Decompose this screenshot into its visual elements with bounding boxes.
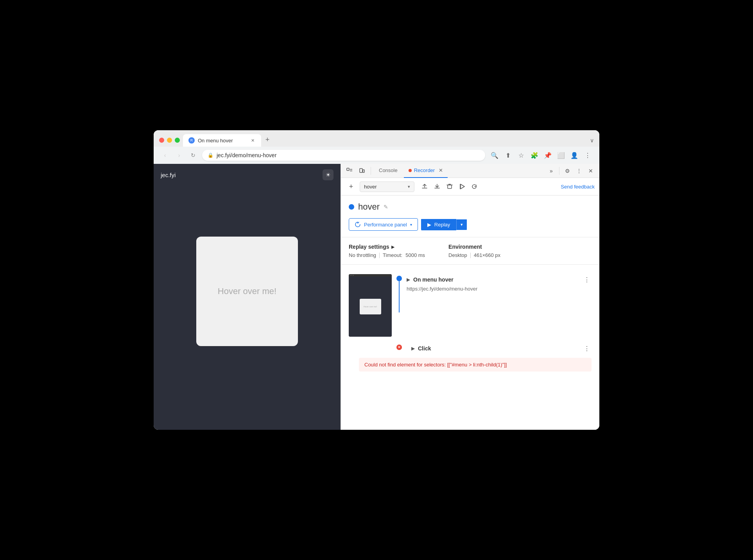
step-1-title-row: ▶ On menu hover ⋮ bbox=[407, 275, 592, 284]
recording-toolbar: + hover ▾ bbox=[341, 178, 599, 196]
recording-name-area: hover ✎ Performance panel ▾ ▶ bbox=[341, 196, 599, 237]
cast-icon[interactable]: ⬜ bbox=[556, 150, 567, 161]
recording-name-row: hover ✎ bbox=[349, 202, 592, 212]
replay-label: Replay bbox=[434, 222, 450, 228]
search-icon[interactable]: 🔍 bbox=[489, 150, 500, 161]
lock-icon: 🔒 bbox=[208, 153, 213, 158]
url-text: jec.fyi/demo/menu-hover bbox=[217, 152, 480, 158]
page-logo: jec.fyi bbox=[161, 172, 176, 178]
theme-toggle-button[interactable]: ☀ bbox=[323, 169, 333, 180]
ss-dot-3 bbox=[353, 275, 354, 276]
add-recording-button[interactable]: + bbox=[346, 181, 357, 192]
tab-title: On menu hover bbox=[198, 138, 233, 144]
minimize-window-button[interactable] bbox=[167, 138, 172, 143]
svg-marker-6 bbox=[461, 184, 464, 189]
recording-selector-value: hover bbox=[364, 184, 377, 190]
delete-recording-button[interactable] bbox=[444, 181, 455, 192]
devtools-more-tabs: » ⚙ ⋮ ✕ bbox=[546, 165, 596, 176]
step-2-more-button[interactable]: ⋮ bbox=[582, 344, 592, 353]
env-value: Desktop bbox=[448, 252, 467, 258]
tab-expand-button[interactable]: ∨ bbox=[590, 137, 594, 144]
hover-card[interactable]: Hover over me! bbox=[196, 237, 298, 346]
step-2: ✕ ▶ Click ⋮ Could not find element for s… bbox=[341, 340, 599, 372]
step-2-timeline: ✕ bbox=[396, 343, 402, 350]
environment-title: Environment bbox=[448, 244, 500, 250]
recorder-tab-close[interactable]: ✕ bbox=[439, 167, 443, 173]
step-1-more-button[interactable]: ⋮ bbox=[582, 275, 592, 284]
toolbar-separator bbox=[371, 167, 371, 175]
forward-button[interactable]: › bbox=[174, 150, 184, 160]
devtools-toolbar: Console Recorder ✕ » ⚙ ⋮ ✕ bbox=[341, 164, 599, 178]
settings-separator bbox=[379, 253, 380, 258]
tab-recorder[interactable]: Recorder ✕ bbox=[404, 164, 448, 178]
screenshot-content: Hover over me! bbox=[349, 276, 392, 337]
element-selector-icon[interactable] bbox=[344, 165, 355, 176]
step-1-screenshot: Hover over me! bbox=[349, 274, 392, 337]
screenshot-hover-card: Hover over me! bbox=[360, 299, 381, 314]
pin-icon[interactable]: 📌 bbox=[542, 150, 553, 161]
refresh-button[interactable]: ↻ bbox=[188, 150, 198, 160]
send-feedback-link[interactable]: Send feedback bbox=[561, 184, 595, 190]
play-button[interactable] bbox=[457, 181, 468, 192]
step-1-timeline bbox=[396, 274, 402, 312]
perf-panel-label: Performance panel bbox=[364, 222, 407, 228]
step-2-error-dot: ✕ bbox=[396, 345, 402, 350]
timeout-label: Timeout: bbox=[383, 252, 402, 258]
resolution-value: 461×660 px bbox=[474, 252, 500, 258]
recording-active-indicator bbox=[349, 204, 354, 210]
svg-rect-5 bbox=[448, 185, 452, 188]
step-1: Hover over me! ▶ On menu hover bbox=[341, 271, 599, 340]
profile-icon[interactable]: 👤 bbox=[569, 150, 580, 161]
tab-close-button[interactable]: ✕ bbox=[249, 137, 256, 144]
step-2-expand-icon[interactable]: ▶ bbox=[411, 346, 415, 351]
svg-rect-4 bbox=[363, 170, 364, 172]
environment-values: Desktop 461×660 px bbox=[448, 252, 500, 258]
devtools-more-button[interactable]: ⋮ bbox=[574, 165, 584, 176]
extensions-icon[interactable]: 🧩 bbox=[529, 150, 540, 161]
replay-settings-title[interactable]: Replay settings ▶ bbox=[349, 244, 425, 250]
devtools-settings-button[interactable]: ⚙ bbox=[562, 165, 573, 176]
devtools-close-button[interactable]: ✕ bbox=[585, 165, 596, 176]
main-content: jec.fyi ☀ Hover over me! bbox=[154, 164, 599, 430]
replay-settings-expand-icon: ▶ bbox=[391, 245, 394, 249]
export-button[interactable] bbox=[419, 181, 430, 192]
bookmark-icon[interactable]: ☆ bbox=[516, 150, 527, 161]
replay-main-button[interactable]: ▶ Replay bbox=[421, 219, 456, 230]
close-window-button[interactable] bbox=[159, 138, 164, 143]
active-tab[interactable]: R On menu hover ✕ bbox=[183, 134, 261, 147]
environment-col: Environment Desktop 461×660 px bbox=[448, 244, 500, 258]
svg-rect-3 bbox=[360, 169, 362, 172]
import-button[interactable] bbox=[432, 181, 443, 192]
share-icon[interactable]: ⬆ bbox=[502, 150, 513, 161]
page-area: jec.fyi ☀ Hover over me! bbox=[154, 164, 341, 430]
tab-bar: R On menu hover ✕ + ∨ bbox=[183, 134, 594, 147]
svg-rect-0 bbox=[347, 168, 349, 171]
url-bar[interactable]: 🔒 jec.fyi/demo/menu-hover bbox=[202, 150, 485, 161]
performance-panel-button[interactable]: Performance panel ▾ bbox=[349, 218, 418, 231]
slow-replay-button[interactable] bbox=[469, 181, 480, 192]
ss-dot-2 bbox=[351, 275, 352, 276]
ss-dot-1 bbox=[350, 275, 351, 276]
step-2-title: Click bbox=[418, 345, 431, 352]
screenshot-inner: Hover over me! bbox=[349, 274, 392, 337]
more-tabs-button[interactable]: » bbox=[546, 165, 557, 176]
hover-card-text: Hover over me! bbox=[218, 286, 276, 296]
maximize-window-button[interactable] bbox=[175, 138, 180, 143]
step-1-expand-icon[interactable]: ▶ bbox=[407, 277, 410, 282]
tab-console[interactable]: Console bbox=[374, 164, 402, 178]
device-toggle-icon[interactable] bbox=[357, 165, 368, 176]
replay-settings-col: Replay settings ▶ No throttling Timeout:… bbox=[349, 244, 425, 258]
replay-play-icon: ▶ bbox=[427, 222, 431, 228]
address-actions: 🔍 ⬆ ☆ 🧩 📌 ⬜ 👤 ⋮ bbox=[489, 150, 593, 161]
recording-selector[interactable]: hover ▾ bbox=[360, 181, 414, 192]
tab-favicon: R bbox=[188, 137, 195, 144]
step-1-info: ▶ On menu hover ⋮ https://jec.fyi/demo/m… bbox=[407, 274, 592, 292]
replay-dropdown-button[interactable]: ▾ bbox=[456, 219, 467, 230]
edit-recording-name-button[interactable]: ✎ bbox=[384, 204, 388, 210]
steps-section: Hover over me! ▶ On menu hover bbox=[341, 265, 599, 430]
back-button[interactable]: ‹ bbox=[160, 150, 170, 160]
perf-panel-icon bbox=[355, 221, 361, 228]
menu-icon[interactable]: ⋮ bbox=[582, 150, 593, 161]
new-tab-button[interactable]: + bbox=[262, 134, 273, 145]
step-1-line bbox=[399, 281, 400, 312]
